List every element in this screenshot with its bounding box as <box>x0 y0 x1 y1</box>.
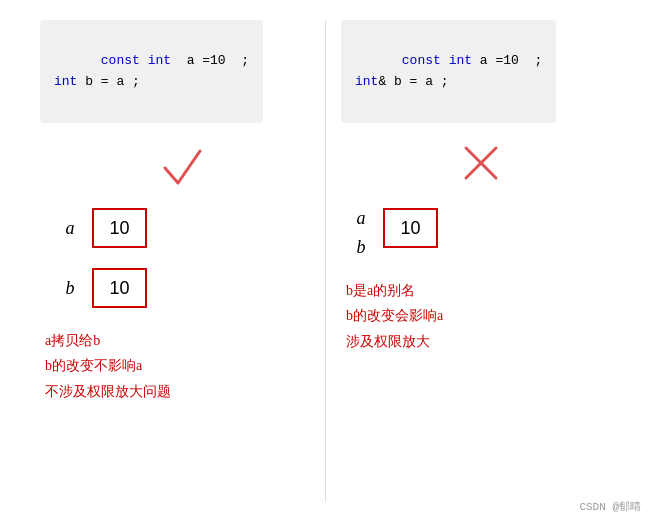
left-const: const <box>101 53 140 68</box>
right-a-value: 10 <box>400 218 420 239</box>
left-description: a拷贝给b b的改变不影响a 不涉及权限放大问题 <box>45 328 171 404</box>
left-a-value: 10 <box>109 218 129 239</box>
right-desc3: 涉及权限放大 <box>346 329 443 354</box>
left-var-b-row: b 10 <box>60 268 147 308</box>
left-b-decl: b = a ; <box>77 74 139 89</box>
left-check-area <box>40 133 310 193</box>
right-code-block: const int a =10 ; int& b = a ; <box>341 20 556 123</box>
left-a-label: a <box>60 218 80 239</box>
left-panel: const int a =10 ; int b = a ; a 10 b 10 <box>30 20 320 502</box>
right-check-area <box>341 133 611 193</box>
cross-icon <box>451 133 511 193</box>
left-b-box: 10 <box>92 268 147 308</box>
left-desc3: 不涉及权限放大问题 <box>45 379 171 404</box>
right-int2: int <box>355 74 378 89</box>
checkmark-icon <box>150 133 210 193</box>
right-a-box: 10 <box>383 208 438 248</box>
left-var-a-decl: a =10 ; <box>179 53 249 68</box>
left-int2: int <box>54 74 77 89</box>
right-b-label: b <box>351 237 371 258</box>
right-ab-row: a b 10 <box>351 208 438 258</box>
left-var-a-row: a 10 <box>60 208 147 248</box>
right-b-decl: b = a ; <box>386 74 448 89</box>
right-a-label: a <box>351 208 371 229</box>
right-desc2: b的改变会影响a <box>346 303 443 328</box>
right-variables: a b 10 <box>351 208 438 258</box>
left-desc1: a拷贝给b <box>45 328 171 353</box>
watermark: CSDN @郁晴 <box>579 499 641 514</box>
panel-divider <box>325 20 326 502</box>
left-code-block: const int a =10 ; int b = a ; <box>40 20 263 123</box>
right-const: const <box>402 53 441 68</box>
right-int: int <box>449 53 472 68</box>
right-stacked-labels: a b <box>351 208 371 258</box>
left-b-label: b <box>60 278 80 299</box>
right-description: b是a的别名 b的改变会影响a 涉及权限放大 <box>346 278 443 354</box>
left-int: int <box>148 53 171 68</box>
left-b-value: 10 <box>109 278 129 299</box>
left-a-box: 10 <box>92 208 147 248</box>
right-a-decl: a =10 ; <box>472 53 542 68</box>
right-panel: const int a =10 ; int& b = a ; a b 10 <box>331 20 621 502</box>
left-desc2: b的改变不影响a <box>45 353 171 378</box>
left-variables: a 10 b 10 <box>50 208 147 308</box>
right-desc1: b是a的别名 <box>346 278 443 303</box>
